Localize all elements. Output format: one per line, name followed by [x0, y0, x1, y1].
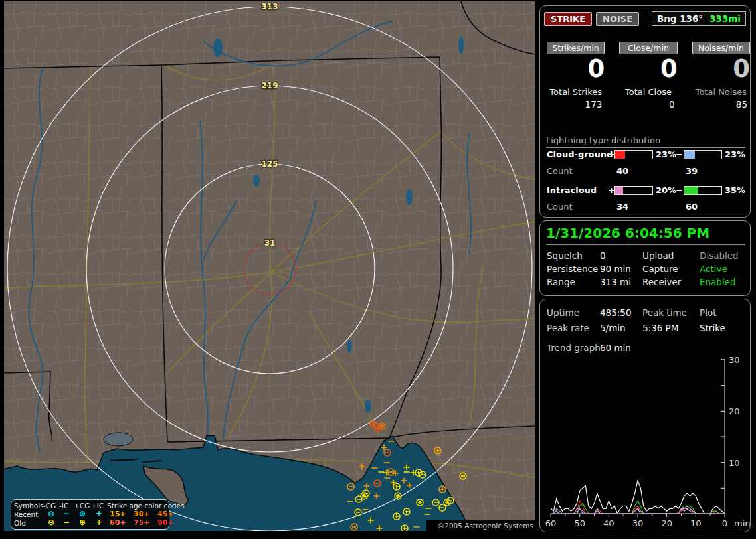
svg-text:20: 20	[729, 406, 740, 416]
total-noises-value: 85	[692, 99, 750, 110]
cg-plus-bar	[614, 150, 653, 159]
age-45: 45+	[155, 510, 177, 518]
total-close-label: Total Close	[619, 87, 677, 97]
uptime-value: 485:50	[600, 307, 632, 318]
ic-plus-bar	[614, 186, 653, 195]
intracloud-label: Intracloud	[547, 185, 597, 195]
strike-counters-panel: STRIKE NOISE Bng 136° 333mi Strikes/min …	[539, 5, 751, 218]
bearing-label: Bng 136°	[657, 13, 703, 24]
bearing-readout: Bng 136° 333mi	[652, 11, 746, 26]
uptime-label: Uptime	[547, 307, 579, 318]
cloud-ground-row: Cloud-ground + 23% − 23%	[540, 149, 750, 159]
noises-per-min-button[interactable]: Noises/min	[692, 42, 750, 54]
squelch-label: Squelch	[547, 250, 583, 261]
total-strikes-value: 173	[547, 99, 605, 110]
close-per-min-button[interactable]: Close/min	[619, 42, 677, 54]
recent-cg-plus-icon: ⊕	[74, 510, 91, 518]
plot-label: Plot	[700, 307, 716, 318]
receiver-status: Enabled	[700, 277, 736, 287]
legend-recent-label: Recent	[14, 510, 43, 518]
svg-text:30: 30	[729, 355, 740, 365]
legend-col-cgm: -CG	[43, 502, 59, 510]
peak-rate-label: Peak rate	[547, 323, 589, 333]
svg-text:60: 60	[545, 518, 557, 528]
noises-per-min-value: 0	[692, 56, 750, 82]
symbol-legend: Symbols -CG -IC +CG +IC Strike age color…	[11, 499, 169, 530]
intracloud-row: Intracloud + 20% − 35%	[540, 185, 750, 195]
distribution-title: Lightning type distribution	[546, 135, 745, 148]
ic-plus-count: 34	[616, 202, 628, 212]
svg-text:30: 30	[632, 518, 644, 528]
svg-text:10: 10	[729, 458, 740, 468]
age-15: 15+	[107, 510, 131, 518]
cloud-ground-count-row: Count 40 39	[540, 166, 750, 176]
cloud-ground-label: Cloud-ground	[547, 149, 613, 159]
minus-sign: −	[676, 185, 683, 195]
peak-rate-value: 5/min	[600, 323, 626, 333]
capture-label: Capture	[642, 264, 678, 274]
legend-col-cgp: +CG	[74, 502, 91, 510]
svg-text:0: 0	[722, 518, 727, 528]
age-75: 75+	[131, 518, 155, 527]
close-per-min-value: 0	[619, 56, 677, 82]
intracloud-count-row: Count 34 60	[540, 202, 750, 212]
recent-ic-plus-icon: +	[91, 510, 107, 518]
persistence-value: 90 min	[600, 264, 631, 274]
cg-plus-count: 40	[616, 166, 628, 176]
old-ic-minus-icon: −	[59, 519, 74, 526]
svg-text:313: 313	[261, 2, 278, 11]
range-value: 313 mi	[600, 277, 631, 287]
app-root: { "map": { "rings": [ {"label":"31","r":…	[0, 0, 756, 539]
ic-minus-bar	[684, 186, 722, 195]
upload-label: Upload	[642, 250, 674, 261]
ic-minus-pct: 35%	[725, 185, 745, 195]
peak-time-label: Peak time	[642, 307, 687, 318]
stats-trend-panel: Uptime 485:50 Peak time Plot Peak rate 5…	[539, 299, 751, 532]
svg-text:219: 219	[261, 81, 278, 90]
copyright-text: ©2005 Astrogenic Systems	[426, 520, 535, 532]
peak-time-value: 5:36 PM	[642, 323, 678, 333]
legend-col-icm: -IC	[59, 502, 74, 510]
total-close-value: 0	[619, 99, 677, 110]
cg-minus-pct: 23%	[725, 149, 745, 159]
trend-graph: 1020306050403020100min	[540, 350, 750, 530]
old-cg-minus-icon: ⊖	[43, 519, 59, 526]
total-strikes-label: Total Strikes	[547, 87, 605, 97]
strikes-per-min-value: 0	[547, 56, 605, 82]
ic-plus-pct: 20%	[656, 185, 676, 195]
old-ic-plus-icon: +	[91, 519, 107, 526]
range-label: Range	[547, 277, 575, 287]
recent-cg-minus-icon: ⊖	[43, 510, 59, 518]
legend-age-title: Strike age color codes	[107, 502, 177, 510]
recent-ic-minus-icon: −	[59, 510, 74, 518]
legend-symbols-header: Symbols	[14, 502, 43, 510]
lightning-map[interactable]: 31125219313	[4, 1, 535, 531]
ic-minus-count: 60	[686, 202, 698, 212]
plot-value: Strike	[700, 323, 725, 333]
map-canvas: 31125219313	[4, 1, 535, 531]
legend-col-icp: +IC	[91, 502, 107, 510]
svg-text:20: 20	[661, 518, 672, 528]
svg-text:125: 125	[261, 159, 278, 169]
cg-plus-pct: 23%	[656, 149, 676, 159]
strike-mode-button[interactable]: STRIKE	[544, 12, 592, 26]
bearing-range: 333mi	[709, 13, 741, 24]
noise-mode-button[interactable]: NOISE	[596, 12, 639, 26]
svg-text:31: 31	[264, 238, 276, 248]
old-cg-plus-icon: ⊕	[74, 519, 91, 526]
cg-count-label: Count	[547, 166, 573, 176]
cg-minus-bar	[684, 150, 722, 159]
age-60: 60+	[107, 518, 131, 527]
svg-text:50: 50	[574, 518, 585, 528]
date-time: 1/31/2026 6:04:56 PM	[546, 225, 745, 245]
receiver-label: Receiver	[642, 277, 681, 287]
capture-status: Active	[700, 264, 727, 274]
svg-text:40: 40	[603, 518, 614, 528]
age-90: 90+	[155, 518, 177, 527]
total-noises-label: Total Noises	[692, 87, 750, 97]
upload-status: Disabled	[700, 250, 739, 261]
cg-minus-count: 39	[686, 166, 698, 176]
status-panel: 1/31/2026 6:04:56 PM Squelch 0 Upload Di…	[539, 220, 751, 296]
legend-old-label: Old	[14, 519, 43, 527]
strikes-per-min-button[interactable]: Strikes/min	[547, 42, 605, 54]
